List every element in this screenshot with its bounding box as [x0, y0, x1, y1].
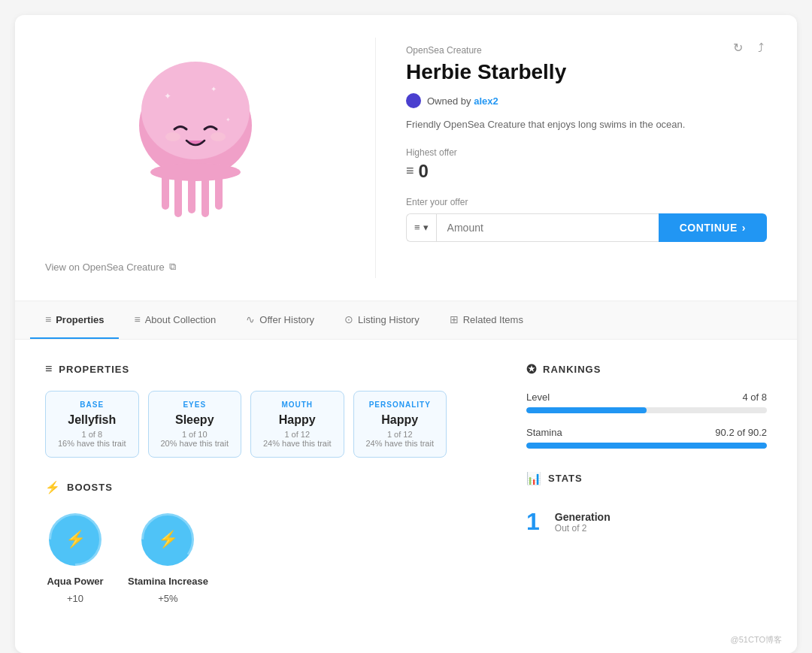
properties-section-icon: ≡ — [45, 362, 53, 376]
rank-bar-bg — [526, 443, 767, 449]
stats-icon: 📊 — [526, 471, 542, 485]
properties-section-title: ≡ PROPERTIES — [45, 362, 481, 376]
boosts-title-text: BOOSTS — [67, 482, 113, 493]
about-tab-icon: ≡ — [134, 313, 140, 325]
prop-value: Happy — [366, 413, 435, 427]
continue-button[interactable]: CONTINUE › — [659, 213, 767, 242]
ranking-item: Level 4 of 8 — [526, 391, 767, 413]
rankings-section: ✪ RANKINGS Level 4 of 8 Stamina 90.2 of … — [526, 362, 767, 449]
amount-input[interactable] — [436, 213, 659, 242]
highest-offer-label: Highest offer — [406, 147, 767, 158]
currency-symbol: ≡ — [414, 222, 420, 233]
rank-header: Stamina 90.2 of 90.2 — [526, 427, 767, 438]
tab-properties-label: Properties — [56, 314, 104, 325]
watermark: @51CTO博客 — [15, 627, 797, 653]
info-panel: ↻ ⤴ OpenSea Creature Herbie Starbelly Ow… — [406, 38, 767, 278]
external-link-icon: ⧉ — [169, 261, 176, 273]
property-card: MOUTH Happy 1 of 12 24% have this trait — [250, 391, 344, 458]
boost-value: +5% — [158, 593, 177, 604]
prop-rarity: 1 of 10 — [161, 430, 229, 439]
boosts-section-title: ⚡ BOOSTS — [45, 480, 481, 494]
prop-type: EYES — [161, 401, 229, 409]
offer-value: ≡ 0 — [406, 161, 767, 182]
tab-about-label: About Collection — [145, 314, 217, 325]
content-area: ≡ PROPERTIES BASE Jellyfish 1 of 8 16% h… — [15, 340, 797, 627]
owner-link[interactable]: alex2 — [474, 95, 498, 107]
properties-title-text: PROPERTIES — [59, 364, 129, 375]
rank-label: Stamina — [526, 427, 562, 438]
prop-rarity: 1 of 12 — [263, 430, 332, 439]
currency-select[interactable]: ≡ ▾ — [406, 213, 436, 242]
svg-text:✦: ✦ — [226, 116, 231, 123]
continue-arrow-icon: › — [742, 222, 746, 234]
prop-rarity: 1 of 12 — [366, 430, 435, 439]
top-icons: ↻ ⤴ — [730, 38, 767, 58]
boost-item: ⚡ Aqua Power +10 — [45, 509, 105, 604]
property-card: BASE Jellyfish 1 of 8 16% have this trai… — [45, 391, 139, 458]
ranking-item: Stamina 90.2 of 90.2 — [526, 427, 767, 449]
svg-point-6 — [211, 132, 226, 141]
right-column: ✪ RANKINGS Level 4 of 8 Stamina 90.2 of … — [526, 362, 767, 604]
rankings-section-title: ✪ RANKINGS — [526, 362, 767, 376]
prop-type: BASE — [58, 401, 126, 409]
offer-row: ≡ ▾ CONTINUE › — [406, 213, 767, 242]
tab-listing-history[interactable]: ⊙ Listing History — [329, 301, 435, 339]
rank-header: Level 4 of 8 — [526, 391, 767, 403]
refresh-button[interactable]: ↻ — [730, 38, 746, 58]
stat-number: 1 — [526, 508, 540, 536]
offer-input-label: Enter your offer — [406, 197, 767, 207]
boost-lightning-icon: ⚡ — [138, 509, 198, 570]
tab-about-collection[interactable]: ≡ About Collection — [119, 301, 231, 339]
property-card: EYES Sleepy 1 of 10 20% have this trait — [148, 391, 242, 458]
rank-bar-fill — [526, 407, 647, 413]
boost-item: ⚡ Stamina Increase +5% — [128, 509, 208, 604]
image-panel: ✦ ✦ ✦ — [45, 38, 376, 278]
boost-lightning-icon: ⚡ — [45, 509, 105, 570]
boost-circle: ⚡ — [45, 509, 105, 570]
tab-offer-history[interactable]: ∿ Offer History — [231, 301, 329, 339]
prop-percent: 24% have this trait — [263, 439, 332, 448]
tabs-bar: ≡ Properties ≡ About Collection ∿ Offer … — [15, 301, 797, 340]
prop-percent: 20% have this trait — [161, 439, 229, 448]
rank-bar-bg — [526, 407, 767, 413]
view-on-opensea-link[interactable]: View on OpenSea Creature ⧉ — [45, 261, 176, 273]
rankings-title-text: RANKINGS — [543, 364, 601, 375]
rankings-icon: ✪ — [526, 362, 537, 376]
collection-label: OpenSea Creature — [406, 45, 767, 56]
creature-name: Herbie Starbelly — [406, 60, 767, 84]
property-card: PERSONALITY Happy 1 of 12 24% have this … — [353, 391, 447, 458]
boosts-grid: ⚡ Aqua Power +10 ⚡ Stamina Increase +5% — [45, 509, 481, 604]
boosts-section: ⚡ BOOSTS ⚡ Aqua Power +10 — [45, 480, 481, 604]
tab-related-items[interactable]: ⊞ Related Items — [435, 301, 538, 339]
boosts-icon: ⚡ — [45, 480, 61, 494]
share-button[interactable]: ⤴ — [755, 38, 767, 58]
boost-circle: ⚡ — [138, 509, 198, 570]
tab-related-items-label: Related Items — [463, 314, 523, 325]
tab-properties[interactable]: ≡ Properties — [30, 301, 119, 339]
currency-dropdown-arrow: ▾ — [423, 222, 429, 233]
stats-title-text: STATS — [548, 473, 583, 484]
rank-value: 90.2 of 90.2 — [715, 427, 767, 438]
svg-point-12 — [150, 163, 241, 181]
rank-value: 4 of 8 — [742, 391, 767, 403]
prop-percent: 16% have this trait — [58, 439, 126, 448]
properties-grid: BASE Jellyfish 1 of 8 16% have this trai… — [45, 391, 481, 458]
properties-tab-icon: ≡ — [45, 313, 51, 325]
rank-label: Level — [526, 391, 550, 403]
svg-text:✦: ✦ — [164, 91, 171, 101]
eth-icon: ≡ — [406, 163, 414, 179]
offer-amount: 0 — [419, 161, 429, 182]
view-link-text: View on OpenSea Creature — [45, 262, 165, 273]
stats-section: 📊 STATS 1 Generation Out of 2 — [526, 471, 767, 543]
stat-info: Generation Out of 2 — [555, 511, 611, 534]
owner-avatar — [406, 93, 421, 108]
svg-text:✦: ✦ — [211, 85, 217, 93]
stat-name: Generation — [555, 511, 611, 523]
prop-type: MOUTH — [263, 401, 332, 409]
stat-row: 1 Generation Out of 2 — [526, 500, 767, 543]
svg-point-5 — [165, 132, 180, 141]
description: Friendly OpenSea Creature that enjoys lo… — [406, 117, 767, 132]
tab-listing-history-label: Listing History — [358, 314, 420, 325]
rankings-list: Level 4 of 8 Stamina 90.2 of 90.2 — [526, 391, 767, 449]
prop-value: Happy — [263, 413, 332, 427]
